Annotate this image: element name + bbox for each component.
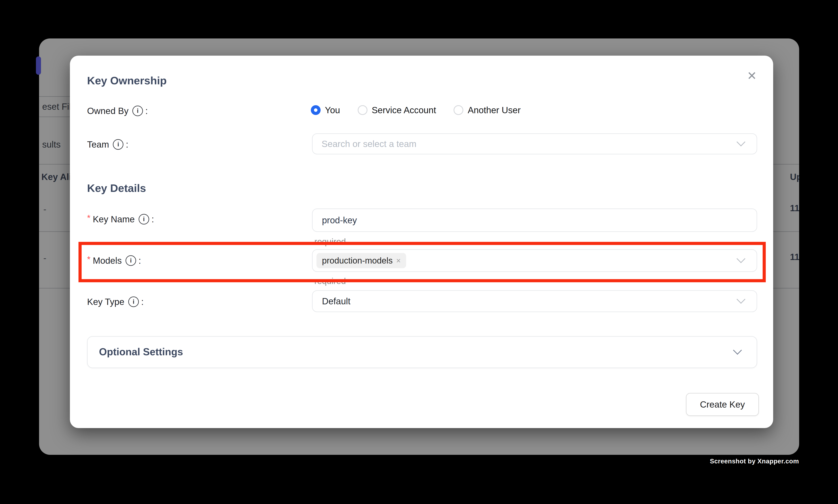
info-icon[interactable]: i — [113, 139, 123, 150]
info-icon[interactable]: i — [132, 106, 143, 116]
table-cell-alias: - — [43, 204, 46, 215]
models-select[interactable]: production-models × — [312, 249, 757, 272]
divider — [773, 231, 799, 232]
models-label: * Models i : — [87, 255, 141, 266]
close-icon[interactable]: ✕ — [743, 67, 761, 85]
colon: : — [151, 214, 154, 224]
divider — [39, 96, 70, 97]
owned-by-label: Owned By i : — [87, 106, 148, 116]
colon: : — [141, 296, 144, 307]
key-name-validation-message: required — [314, 237, 346, 247]
models-validation-message: required — [314, 276, 346, 286]
owned-by-label-text: Owned By — [87, 106, 128, 116]
team-label: Team i : — [87, 139, 128, 150]
key-name-label: * Key Name i : — [87, 214, 154, 224]
table-cell-updated: 11/ — [790, 252, 799, 262]
radio-label: Service Account — [372, 105, 436, 115]
owned-by-radio-group: You Service Account Another User — [311, 105, 520, 115]
key-name-label-text: Key Name — [93, 214, 135, 224]
divider — [39, 288, 70, 288]
background-accent-button-fragment — [36, 56, 41, 75]
chevron-down-icon — [733, 346, 742, 355]
optional-settings-heading: Optional Settings — [99, 346, 183, 358]
chevron-down-icon — [736, 138, 745, 146]
table-cell-updated: 11/ — [790, 203, 799, 213]
key-type-select[interactable]: Default — [312, 290, 757, 312]
key-type-label-text: Key Type — [87, 296, 124, 307]
modal-title: Key Ownership — [87, 74, 167, 87]
create-key-button[interactable]: Create Key — [686, 393, 759, 416]
key-type-value: Default — [313, 296, 351, 306]
divider — [773, 288, 799, 288]
info-icon[interactable]: i — [139, 214, 149, 224]
info-icon[interactable]: i — [126, 255, 136, 266]
team-select[interactable]: Search or select a team — [312, 133, 757, 155]
models-selected-tag: production-models × — [317, 253, 406, 268]
team-label-text: Team — [87, 139, 109, 150]
table-cell-alias: - — [43, 253, 46, 263]
models-label-text: Models — [93, 255, 122, 266]
reset-filters-button-fragment[interactable]: eset Filt — [42, 101, 74, 112]
radio-unselected-icon[interactable] — [453, 105, 463, 115]
colon: : — [126, 139, 128, 150]
watermark: Screenshot by Xnapper.com — [710, 457, 799, 465]
divider — [39, 231, 70, 232]
radio-selected-icon[interactable] — [311, 105, 321, 115]
colon: : — [145, 106, 148, 116]
key-type-label: Key Type i : — [87, 296, 144, 307]
required-asterisk: * — [87, 213, 90, 223]
models-tag-label: production-models — [322, 256, 393, 266]
info-icon[interactable]: i — [128, 296, 139, 307]
key-name-input[interactable]: prod-key — [312, 209, 757, 232]
chevron-down-icon — [736, 295, 745, 304]
radio-label: Another User — [468, 105, 520, 115]
radio-option-you[interactable]: You — [311, 105, 340, 115]
key-name-value: prod-key — [313, 215, 357, 226]
create-key-button-label: Create Key — [700, 399, 745, 410]
radio-unselected-icon[interactable] — [358, 105, 368, 115]
divider — [39, 116, 70, 117]
team-select-placeholder: Search or select a team — [313, 139, 416, 149]
colon: : — [139, 255, 141, 266]
create-key-modal: ✕ Key Ownership Owned By i : You Service… — [70, 56, 773, 428]
radio-option-service-account[interactable]: Service Account — [358, 105, 436, 115]
results-count-fragment: sults — [42, 139, 61, 150]
chevron-down-icon — [736, 254, 745, 263]
divider — [39, 164, 70, 165]
divider — [773, 164, 799, 165]
required-asterisk: * — [87, 254, 90, 264]
table-header-updated: Up — [790, 172, 799, 182]
key-details-heading: Key Details — [87, 182, 146, 194]
remove-tag-icon[interactable]: × — [396, 256, 400, 265]
radio-option-another-user[interactable]: Another User — [453, 105, 520, 115]
optional-settings-accordion[interactable]: Optional Settings — [87, 336, 757, 368]
radio-label: You — [325, 105, 340, 115]
